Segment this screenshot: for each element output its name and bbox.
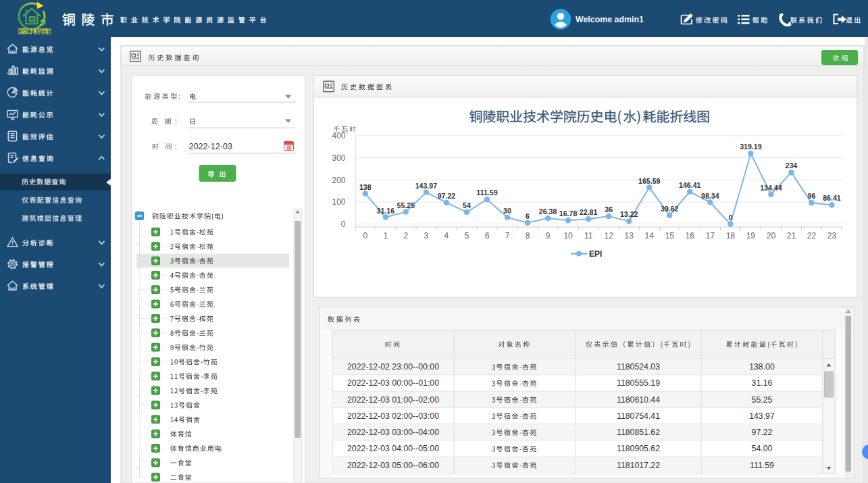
svg-text:165.59: 165.59 — [638, 177, 661, 185]
svg-text:30: 30 — [503, 207, 511, 215]
svg-text:2022-12-03 01:00--02:00: 2022-12-03 01:00--02:00 — [347, 395, 439, 405]
svg-text:300: 300 — [332, 153, 345, 163]
svg-text:17: 17 — [706, 231, 715, 240]
svg-text:134.44: 134.44 — [760, 184, 782, 192]
svg-text:2022-12-03: 2022-12-03 — [189, 142, 232, 151]
svg-text:2022-12-03 04:00--05:00: 2022-12-03 04:00--05:00 — [347, 444, 439, 453]
svg-text:138.00: 138.00 — [749, 362, 775, 372]
svg-text:21: 21 — [787, 231, 796, 240]
svg-text:18: 18 — [726, 231, 736, 240]
svg-text:1180555.19: 1180555.19 — [617, 378, 660, 388]
svg-text:13: 13 — [625, 231, 634, 240]
svg-text:39.62: 39.62 — [661, 205, 679, 213]
svg-text:EPI: EPI — [589, 249, 602, 259]
svg-text:111.59: 111.59 — [476, 188, 497, 197]
svg-text:100: 100 — [332, 197, 345, 207]
svg-text:2022-12-03 02:00--03:00: 2022-12-03 02:00--03:00 — [347, 411, 439, 421]
svg-text:15: 15 — [665, 231, 675, 240]
svg-text:26.38: 26.38 — [539, 207, 557, 215]
svg-text:14: 14 — [645, 231, 655, 240]
svg-text:0: 0 — [363, 231, 367, 240]
svg-text:234: 234 — [786, 161, 798, 170]
svg-text:20: 20 — [767, 231, 776, 240]
svg-text:86.41: 86.41 — [823, 194, 841, 202]
svg-text:55.25: 55.25 — [752, 395, 773, 405]
svg-text:22.81: 22.81 — [580, 208, 598, 216]
svg-text:1180905.62: 1180905.62 — [617, 444, 660, 453]
svg-text:54: 54 — [463, 201, 471, 209]
svg-text:31.16: 31.16 — [377, 207, 395, 215]
svg-text:16: 16 — [686, 231, 695, 240]
svg-text:54.00: 54.00 — [752, 444, 773, 453]
svg-text:4: 4 — [444, 231, 449, 240]
svg-text:0: 0 — [341, 220, 346, 229]
svg-text:0: 0 — [728, 213, 732, 222]
svg-text:97.22: 97.22 — [752, 428, 773, 437]
svg-text:1180754.41: 1180754.41 — [617, 411, 660, 421]
svg-text:6: 6 — [485, 231, 490, 240]
svg-text:319.19: 319.19 — [740, 143, 762, 151]
svg-text:23: 23 — [827, 231, 837, 240]
svg-text:98.34: 98.34 — [701, 192, 719, 200]
svg-text:16.78: 16.78 — [559, 209, 578, 218]
svg-text:146.41: 146.41 — [679, 181, 701, 189]
svg-text:138: 138 — [359, 183, 372, 191]
svg-text:11: 11 — [584, 231, 593, 240]
svg-text:97.22: 97.22 — [438, 192, 456, 200]
svg-text:96: 96 — [808, 192, 816, 200]
svg-text:200: 200 — [332, 176, 345, 185]
svg-text:1180610.44: 1180610.44 — [617, 395, 660, 405]
svg-text:2022-12-03 03:00--04:00: 2022-12-03 03:00--04:00 — [347, 428, 439, 437]
svg-text:2022-12-03 00:00--01:00: 2022-12-03 00:00--01:00 — [347, 378, 439, 388]
svg-text:1181017.22: 1181017.22 — [617, 461, 660, 470]
svg-text:Welcome admin1: Welcome admin1 — [576, 15, 644, 24]
svg-text:12: 12 — [604, 231, 613, 240]
svg-text:19: 19 — [746, 231, 756, 240]
svg-text:2: 2 — [404, 231, 409, 240]
svg-text:2022-12-02 23:00--00:00: 2022-12-02 23:00--00:00 — [347, 362, 439, 372]
svg-text:5: 5 — [465, 231, 469, 240]
svg-text:36: 36 — [605, 205, 613, 213]
svg-text:6: 6 — [526, 212, 530, 220]
svg-text:13.22: 13.22 — [620, 210, 638, 218]
svg-text:7: 7 — [505, 231, 510, 240]
svg-text:3: 3 — [424, 231, 429, 240]
svg-text:22: 22 — [807, 231, 817, 240]
svg-text:400: 400 — [332, 131, 345, 141]
svg-text:111.59: 111.59 — [750, 461, 774, 470]
svg-text:143.97: 143.97 — [749, 411, 775, 421]
svg-text:10: 10 — [563, 231, 573, 240]
svg-text:2022-12-03 05:00--06:00: 2022-12-03 05:00--06:00 — [347, 461, 439, 470]
svg-text:9: 9 — [546, 231, 551, 240]
svg-text:1180524.03: 1180524.03 — [617, 362, 660, 372]
svg-text:1: 1 — [383, 231, 388, 240]
svg-text:1180851.62: 1180851.62 — [617, 428, 660, 437]
svg-text:8: 8 — [526, 231, 530, 240]
svg-text:31.16: 31.16 — [752, 378, 773, 388]
svg-text:143.97: 143.97 — [415, 182, 438, 190]
svg-text:55.25: 55.25 — [397, 201, 415, 209]
